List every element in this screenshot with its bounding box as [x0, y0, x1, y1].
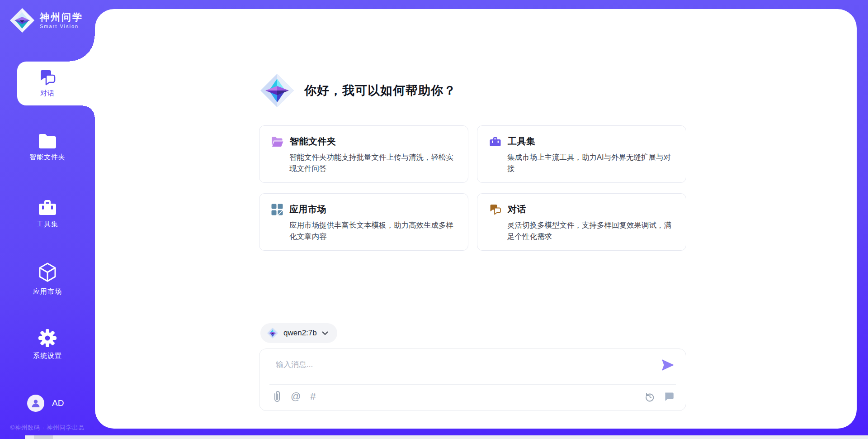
- message-input[interactable]: [275, 356, 656, 373]
- send-icon: [661, 359, 675, 371]
- feature-card-app-market[interactable]: 应用市场 应用市场提供丰富长文本模板，助力高效生成多样化文章内容: [259, 193, 468, 251]
- card-title: 应用市场: [289, 203, 326, 215]
- gear-icon: [37, 328, 58, 348]
- user-account[interactable]: AD: [27, 395, 64, 412]
- attachment-icon: [273, 391, 281, 402]
- sidebar-footer: ©神州数码 · 神州问学出品: [0, 424, 95, 432]
- avatar: [27, 395, 44, 412]
- sidebar-item-label: 工具集: [37, 220, 58, 229]
- history-button[interactable]: [645, 391, 655, 402]
- card-title: 对话: [508, 203, 526, 215]
- feature-card-smart-folder[interactable]: 智能文件夹 智能文件夹功能支持批量文件上传与清洗，轻松实现文件问答: [259, 125, 468, 183]
- greeting-diamond-icon: [259, 72, 295, 109]
- card-description: 应用市场提供丰富长文本模板，助力高效生成多样化文章内容: [289, 220, 458, 242]
- cube-icon: [37, 262, 58, 284]
- mention-icon[interactable]: @: [291, 391, 301, 401]
- user-avatar-icon: [30, 398, 41, 409]
- sidebar-item-settings[interactable]: 系统设置: [0, 328, 95, 360]
- model-name: qwen2:7b: [283, 329, 317, 338]
- folder-open-icon: [271, 136, 283, 147]
- sidebar-item-smart-folder[interactable]: 智能文件夹: [0, 133, 95, 162]
- greeting: 你好，我可以如何帮助你？: [259, 72, 456, 109]
- chat-icon: [38, 68, 57, 86]
- folder-icon: [37, 133, 58, 150]
- send-button[interactable]: [660, 359, 675, 372]
- toolbox-icon: [489, 136, 501, 147]
- hash-icon[interactable]: #: [310, 391, 316, 401]
- brand-subtitle: Smart Vision: [40, 24, 83, 29]
- attachment-button[interactable]: [273, 391, 281, 402]
- greeting-title: 你好，我可以如何帮助你？: [304, 82, 456, 99]
- scrollbar-thumb[interactable]: [34, 435, 53, 439]
- main-content: 你好，我可以如何帮助你？ 智能文件夹 智能文件夹功能支持批量文件上传与清洗，轻松…: [95, 9, 857, 429]
- history-icon: [645, 391, 655, 402]
- composer-left-tools: @ #: [273, 391, 316, 402]
- grid-icon: [271, 204, 283, 215]
- brand-logo: 神州问学 Smart Vision: [9, 7, 83, 33]
- feature-card-toolset[interactable]: 工具集 集成市场上主流工具，助力AI与外界无缝扩展与对接: [477, 125, 686, 183]
- card-description: 智能文件夹功能支持批量文件上传与清洗，轻松实现文件问答: [289, 152, 458, 174]
- sidebar-item-label: 应用市场: [33, 287, 62, 296]
- sidebar-item-label: 系统设置: [33, 352, 62, 360]
- chevron-down-icon: [322, 331, 328, 335]
- sidebar-item-app-market[interactable]: 应用市场: [0, 262, 95, 296]
- brand-text: 神州问学 Smart Vision: [40, 12, 83, 29]
- card-title: 智能文件夹: [290, 135, 336, 148]
- sidebar-item-label: 对话: [40, 89, 55, 98]
- sidebar-item-toolset[interactable]: 工具集: [0, 198, 95, 229]
- conversation-button[interactable]: [664, 392, 674, 401]
- chat-bubbles-icon: [489, 204, 501, 215]
- model-diamond-icon: [267, 327, 278, 339]
- card-description: 灵活切换多模型文件，支持多样回复效果调试，满足个性化需求: [507, 220, 676, 242]
- conversation-icon: [664, 392, 674, 401]
- card-title: 工具集: [508, 135, 536, 148]
- user-initials: AD: [52, 398, 64, 408]
- toolbox-icon: [37, 198, 58, 217]
- tab-fillet-bottom: [83, 105, 95, 117]
- card-description: 集成市场上主流工具，助力AI与外界无缝扩展与对接: [507, 152, 676, 174]
- brand-name: 神州问学: [40, 12, 83, 22]
- brand-diamond-icon: [9, 7, 35, 33]
- feature-card-chat[interactable]: 对话 灵活切换多模型文件，支持多样回复效果调试，满足个性化需求: [477, 193, 686, 251]
- horizontal-scrollbar[interactable]: [25, 435, 868, 439]
- app-window: 神州问学 Smart Vision 对话 智能文件夹 工具集: [0, 0, 868, 439]
- composer-right-tools: [645, 391, 674, 402]
- composer: @ #: [259, 348, 686, 411]
- sidebar-item-chat[interactable]: 对话: [0, 68, 95, 98]
- tab-fillet-top: [70, 36, 95, 62]
- composer-divider: [269, 384, 676, 385]
- sidebar-item-label: 智能文件夹: [29, 153, 66, 162]
- model-selector[interactable]: qwen2:7b: [260, 323, 337, 343]
